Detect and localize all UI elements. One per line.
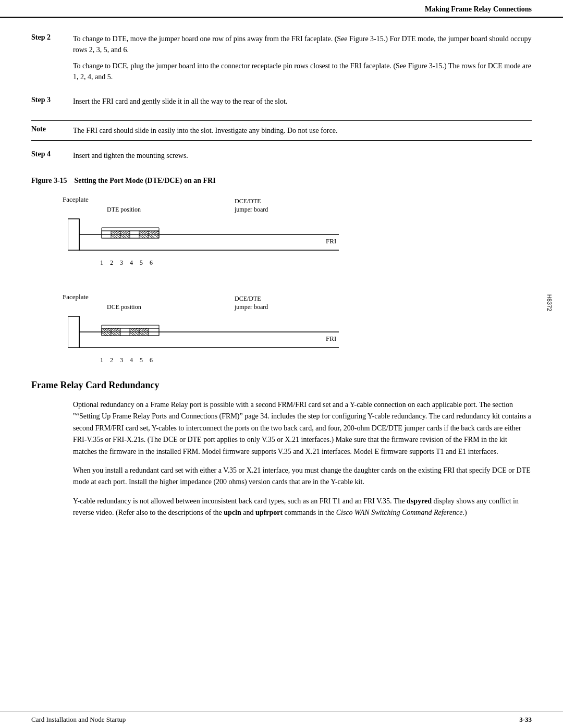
dce-annotation-row: DCE position DCE/DTE jumper board <box>68 293 532 314</box>
svg-line-63 <box>134 328 139 331</box>
svg-line-55 <box>115 328 120 331</box>
svg-line-26 <box>143 231 149 234</box>
para3-and: and <box>241 509 255 516</box>
para3-suffix: commands in the <box>283 509 336 516</box>
dte-inner: DTE position DCE/DTE jumper board <box>68 195 532 267</box>
page: Making Frame Relay Connections Step 2 To… <box>0 0 563 728</box>
dte-jumper-label: jumper board <box>235 206 268 214</box>
dte-pin-numbers: 1 2 3 4 5 6 <box>100 259 532 267</box>
dce-diagram: Faceplate DCE position DCE/DTE jumper bo… <box>63 293 532 364</box>
para3-italic: Cisco WAN Switching Command Reference <box>336 509 463 516</box>
step-2-row: Step 2 To change to DTE, move the jumper… <box>31 33 532 88</box>
dte-dce-dte-label: DCE/DTE <box>235 198 261 205</box>
diagrams-container: Faceplate DTE position DCE/DTE jumper bo… <box>63 195 532 364</box>
section-para3: Y-cable redundancy is not allowed betwee… <box>73 496 532 519</box>
svg-line-11 <box>115 231 120 234</box>
dce-svg: FRI <box>68 314 360 355</box>
para3-bold1: dspyred <box>407 497 432 505</box>
content-area: Step 2 To change to DTE, move the jumper… <box>0 18 563 542</box>
dte-annotation-row: DTE position DCE/DTE jumper board <box>68 195 532 216</box>
section-para1: Optional redundancy on a Frame Relay por… <box>73 399 532 458</box>
dce-pin-numbers: 1 2 3 4 5 6 <box>100 356 532 364</box>
note-box: Note The FRI card should slide in easily… <box>31 120 532 141</box>
svg-line-18 <box>125 231 130 234</box>
step-3-row: Step 3 Insert the FRI card and gently sl… <box>31 96 532 112</box>
dce-dce-dte-label: DCE/DTE <box>235 295 261 303</box>
dte-svg: FRI <box>68 216 360 258</box>
step-2-content: To change to DTE, move the jumper board … <box>73 33 532 88</box>
dte-fri-label: FRI <box>326 237 336 245</box>
page-footer: Card Installation and Node Startup 3-33 <box>0 711 563 728</box>
para3-prefix: Y-cable redundancy is not allowed betwee… <box>73 497 407 505</box>
step-2-para2: To change to DCE, plug the jumper board … <box>73 60 532 82</box>
svg-line-29 <box>139 235 143 238</box>
svg-rect-38 <box>68 316 79 348</box>
step-3-para1: Insert the FRI card and gently slide it … <box>73 96 532 107</box>
dce-position-label: DCE position <box>107 303 141 311</box>
figure-caption-text: Setting the Port Mode (DTE/DCE) on an FR… <box>75 177 216 184</box>
footer-left: Card Installation and Node Startup <box>31 715 126 724</box>
figure-caption: Figure 3-15 Setting the Port Mode (DTE/D… <box>31 177 532 185</box>
step-2-label: Step 2 <box>31 33 73 88</box>
svg-line-70 <box>143 328 149 331</box>
para3-bold3: upfrport <box>255 509 283 516</box>
step-4-para1: Insert and tighten the mounting screws. <box>73 150 532 161</box>
dte-position-label: DTE position <box>107 206 141 214</box>
dce-fri-label: FRI <box>326 335 336 342</box>
dte-diagram: Faceplate DTE position DCE/DTE jumper bo… <box>63 195 532 267</box>
para3-bold2: upcln <box>224 509 241 516</box>
step-3-label: Step 3 <box>31 96 73 112</box>
header-title: Making Frame Relay Connections <box>425 5 532 13</box>
svg-rect-0 <box>68 219 79 250</box>
svg-line-51 <box>102 332 106 336</box>
svg-line-36 <box>149 235 153 238</box>
step-2-para1: To change to DTE, move the jumper board … <box>73 33 532 55</box>
figure-id-label: H8372 <box>546 294 553 311</box>
section-title: Frame Relay Card Redundancy <box>31 380 532 391</box>
step-4-content: Insert and tighten the mounting screws. <box>73 150 532 166</box>
svg-line-14 <box>111 235 115 238</box>
section-para2: When you install a redundant card set wi… <box>73 465 532 488</box>
svg-line-73 <box>139 332 143 336</box>
figure-3-15: Figure 3-15 Setting the Port Mode (DTE/D… <box>31 177 532 364</box>
note-label: Note <box>31 125 73 136</box>
figure-number: Figure 3-15 <box>31 177 67 184</box>
dce-inner: DCE position DCE/DTE jumper board <box>68 293 532 364</box>
svg-line-48 <box>106 328 111 331</box>
note-content: The FRI card should slide in easily into… <box>73 125 532 136</box>
step-4-label: Step 4 <box>31 150 73 166</box>
svg-line-66 <box>130 332 134 336</box>
page-header: Making Frame Relay Connections <box>0 0 563 18</box>
footer-right: 3-33 <box>519 715 532 724</box>
svg-line-58 <box>111 332 115 336</box>
dce-jumper-label: jumper board <box>235 303 268 311</box>
step-4-row: Step 4 Insert and tighten the mounting s… <box>31 150 532 166</box>
svg-line-21 <box>120 235 125 238</box>
step-3-content: Insert the FRI card and gently slide it … <box>73 96 532 112</box>
para3-end: .) <box>462 509 467 516</box>
